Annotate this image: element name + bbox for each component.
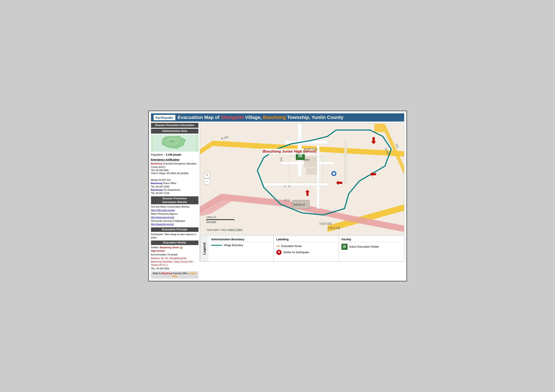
header-tag: Earthquake [153, 115, 175, 120]
svg-text:+: + [206, 173, 208, 177]
section2-title: Disaster PreventionInformation Website [151, 196, 198, 205]
wra-link[interactable]: http://www.wra.gov.tw/ [151, 216, 198, 219]
fire-label: Baozhong Fire Department [151, 188, 198, 192]
legend-area: Legend Administrative Boundary Village B… [200, 236, 404, 262]
legend-admin-boundary: Administrative Boundary Village Boundary [209, 236, 274, 261]
evac-principle-title: Evacuation Principle [151, 227, 198, 232]
village-boundary-label: Village Boundary [224, 244, 243, 247]
svg-rect-29 [304, 157, 317, 167]
svg-rect-30 [306, 168, 317, 175]
svg-text:⬆: ⬆ [304, 189, 310, 198]
indoor-shelter-label: Indoor Evacuation Shelter [349, 245, 379, 248]
svg-text:−: − [206, 179, 208, 184]
evac-principle-text: Earthquake: Take refuge at open spaces o… [151, 233, 198, 239]
outer-frame: Earthquake Evacuation Map of Zhongmin Vi… [148, 111, 407, 281]
shelter-eq-icon: 震 [276, 250, 282, 255]
svg-point-45 [332, 172, 335, 175]
legend-facility-title: Facility [342, 238, 401, 242]
shelter-tel: TEL: 05-6972056 [151, 267, 198, 270]
svg-text:忠國中: 忠國中 [304, 159, 310, 161]
legend-columns: Administrative Boundary Village Boundary… [209, 236, 404, 261]
population-line: Population：2,149 people [151, 153, 198, 157]
svg-text:復忠鄉立托兒所: 復忠鄉立托兒所 [304, 148, 318, 150]
legend-shelter-eq: 震 Shelter for Earthquake [276, 250, 336, 255]
legend-facility: Facility 回 Indoor Evacuation Shelter [339, 236, 404, 261]
svg-text:朋路: 朋路 [280, 157, 283, 162]
sidebar-section1-title: Disaster Prevention Information [151, 123, 198, 128]
svg-text:⬅: ⬅ [336, 178, 342, 187]
shelter-name: Shelter: Baozhong Junior 🏫High School [151, 246, 198, 253]
indoor-shelter-icon: 回 [342, 244, 348, 250]
shelter-address: Address: No. 62, Zhongsheng Rd., Baozhon… [151, 257, 198, 267]
emergency-center: Baozhong Township Emergency Operation Ce… [151, 162, 198, 169]
legend-village-boundary: Village Boundary [211, 244, 271, 247]
svg-rect-52 [234, 219, 234, 221]
svg-text:TGOS MAP © 2016 內政部,交通部: TGOS MAP © 2016 內政部,交通部 [206, 229, 242, 231]
emergency-title: Emergency notification [151, 158, 198, 162]
svg-text:元長交流道: 元長交流道 [319, 222, 332, 225]
svg-text:秀安路: 秀安路 [284, 199, 290, 202]
shelter-accommodate: Accommodate: 94 people [151, 253, 198, 256]
shelter-eq-label: Shelter for Earthquake [283, 251, 309, 254]
svg-text:⬇: ⬇ [370, 136, 377, 146]
evac-route-label: Evacuation Route [281, 245, 302, 248]
svg-text:元長交流道: 元長交流道 [328, 227, 340, 229]
made-by: Made by Baozhong Township Office, August… [151, 271, 198, 279]
svg-text:國小: 國小 [305, 150, 309, 152]
websites-block: Soil and Water Conservation Bureau http:… [151, 205, 198, 226]
sidebar-section1-sub: Administration Zone [151, 129, 198, 134]
emergency-block: Emergency notification Baozhong Township… [151, 158, 198, 195]
swcb-link[interactable]: http://246.swcb.gov.tw/ [151, 209, 198, 212]
admin-zone-map: 中庄村 [151, 135, 198, 152]
legend-evac-route: ⇒ Evacuation Route [276, 244, 336, 249]
svg-text:5000英呎: 5000英呎 [206, 221, 216, 223]
svg-text:縣康忠鄉公所: 縣康忠鄉公所 [293, 204, 305, 206]
legend-indoor-shelter: 回 Indoor Evacuation Shelter [342, 244, 401, 250]
svg-text:1000公尺: 1000公尺 [206, 216, 216, 219]
svg-rect-50 [206, 219, 234, 220]
main-layout: Disaster Prevention Information Administ… [151, 123, 404, 279]
legend-admin-title: Administrative Boundary [211, 238, 271, 242]
svg-rect-16 [344, 141, 347, 183]
header: Earthquake Evacuation Map of Zhongmin Vi… [151, 113, 404, 121]
svg-text:中庄村: 中庄村 [169, 141, 175, 143]
svg-rect-15 [317, 145, 319, 209]
evac-shelter-title: Evacuation Shelter [151, 241, 198, 245]
legend-labelling-title: Labelling [276, 238, 336, 242]
village-boundary-line [211, 245, 222, 246]
svg-text:⬅: ⬅ [370, 170, 376, 178]
police-label: Baozhong Police Office [151, 182, 198, 185]
legend-label: Legend [200, 236, 209, 261]
evac-route-arrow: ⇒ [276, 244, 279, 249]
right-content: 新-游路 馬光路 光路 元長交流道 元長交流道 中 券 秀安路 昌維路 民 路 … [200, 123, 404, 279]
map-svg: 新-游路 馬光路 光路 元長交流道 元長交流道 中 券 秀安路 昌維路 民 路 … [200, 123, 404, 235]
sidebar: Disaster Prevention Information Administ… [151, 123, 198, 279]
highways-link[interactable]: http://www.thb.gov.tw/ [151, 223, 198, 226]
header-title: Evacuation Map of Zhongmin Village, Baoz… [177, 115, 343, 120]
map-container: 新-游路 馬光路 光路 元長交流道 元長交流道 中 券 秀安路 昌維路 民 路 … [200, 123, 404, 235]
legend-labelling: Labelling ⇒ Evacuation Route 震 Shelter f… [274, 236, 339, 261]
